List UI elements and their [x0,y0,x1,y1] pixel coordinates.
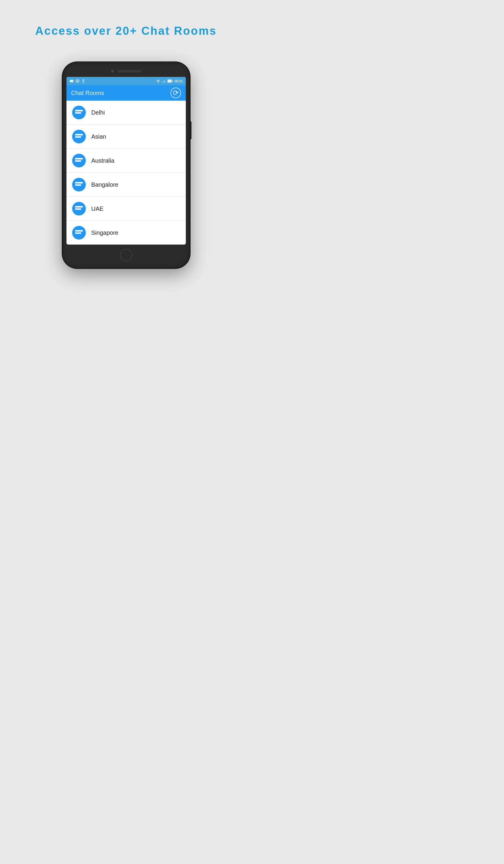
phone-home-button[interactable] [120,249,132,261]
svg-rect-23 [75,206,83,208]
svg-rect-14 [75,134,83,136]
chat-room-name-singapore: Singapore [92,229,118,236]
wifi-status-icon [156,79,160,83]
svg-point-2 [77,81,78,82]
phone-side-button [190,121,191,139]
refresh-button[interactable]: ⟳ [170,87,181,98]
chat-room-item-uae[interactable]: UAE [67,197,186,221]
phone-top-bar [67,68,186,77]
status-left-icons [70,79,85,83]
app-bar: Chat Rooms ⟳ [67,85,186,100]
svg-rect-26 [75,230,83,232]
svg-rect-24 [75,208,81,210]
refresh-icon: ⟳ [173,89,179,97]
chat-room-item-delhi[interactable]: Delhi [67,100,186,125]
chat-bubble-icon-singapore [72,226,86,240]
svg-rect-11 [75,110,83,111]
chat-room-name-asian: Asian [92,133,106,140]
phone-screen: 16:11 Chat Rooms ⟳ [67,77,186,244]
status-bar: 16:11 [67,77,186,85]
svg-rect-15 [75,136,81,138]
chat-room-name-australia: Australia [92,157,115,164]
notification-icon-3 [81,79,85,83]
svg-point-3 [83,80,84,81]
chat-bubble-icon-delhi [72,105,86,120]
svg-rect-20 [75,182,83,184]
chat-room-item-singapore[interactable]: Singapore [67,221,186,244]
chat-room-list: Delhi Asian [67,100,186,244]
chat-room-item-asian[interactable]: Asian [67,125,186,149]
chat-bubble-icon-bangalore [72,178,86,192]
phone-speaker [118,70,141,72]
svg-rect-27 [75,232,81,234]
svg-rect-12 [75,112,81,114]
svg-rect-17 [75,158,83,160]
notification-icon-1 [70,79,74,83]
svg-rect-6 [165,80,165,83]
chat-bubble-icon-uae [72,202,86,216]
phone-mockup: 16:11 Chat Rooms ⟳ [62,62,190,268]
chat-room-name-bangalore: Bangalore [92,181,118,188]
battery-status-icon [167,79,173,83]
chat-room-name-uae: UAE [92,205,104,212]
svg-rect-18 [75,160,81,162]
app-bar-title: Chat Rooms [71,89,104,96]
chat-room-name-delhi: Delhi [92,109,105,116]
svg-rect-0 [70,80,73,82]
svg-rect-4 [162,81,163,83]
svg-rect-5 [163,81,164,83]
signal-status-icon [162,79,166,83]
svg-rect-9 [168,80,171,82]
phone-camera [111,70,114,73]
page-wrapper: Access over 20+ Chat Rooms [0,0,252,268]
status-time: 16:11 [174,79,182,83]
page-headline: Access over 20+ Chat Rooms [26,24,226,38]
notification-icon-2 [75,79,80,83]
chat-room-item-bangalore[interactable]: Bangalore [67,173,186,197]
chat-bubble-icon-australia [72,154,86,168]
chat-bubble-icon-asian [72,129,86,144]
phone-outer: 16:11 Chat Rooms ⟳ [62,62,190,268]
svg-rect-8 [172,81,173,82]
chat-room-item-australia[interactable]: Australia [67,149,186,173]
phone-bottom-bar [67,244,186,263]
svg-rect-21 [75,184,81,186]
status-right-icons: 16:11 [156,79,182,83]
